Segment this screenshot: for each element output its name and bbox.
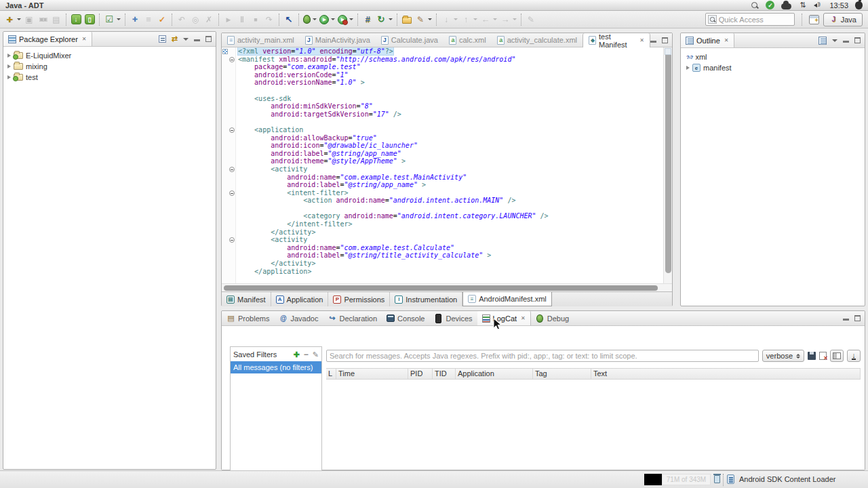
synchronize-button[interactable] — [374, 12, 394, 27]
maximize-icon[interactable] — [854, 315, 861, 321]
code-line[interactable]: android:label="@string/title_activity_ca… — [238, 251, 663, 260]
minimize-icon[interactable] — [843, 41, 849, 43]
android-sdk-manager-button[interactable] — [69, 12, 83, 27]
add-filter-icon[interactable]: ✚ — [294, 350, 300, 359]
open-resource-button[interactable] — [400, 12, 414, 27]
java-perspective-button[interactable]: J Java — [823, 13, 863, 26]
logcat-search-input[interactable] — [326, 350, 759, 362]
manifest-editor-tab[interactable]: Instrumentation — [390, 292, 462, 306]
log-level-select[interactable]: verbose — [762, 350, 804, 362]
close-icon[interactable]: ✕ — [82, 36, 87, 42]
run-button[interactable] — [318, 12, 336, 27]
expand-arrow-icon[interactable] — [7, 75, 11, 79]
expand-arrow-icon[interactable] — [7, 64, 11, 68]
dropdown-arrow-icon[interactable] — [513, 18, 517, 20]
tray-cloud-icon[interactable] — [781, 3, 791, 9]
code-line[interactable]: android:allowBackup="true" — [238, 134, 663, 142]
maximize-icon[interactable] — [205, 36, 212, 42]
minimize-icon[interactable] — [194, 39, 200, 41]
collapse-all-icon[interactable] — [159, 35, 166, 43]
editor-tab[interactable]: calc.xml — [443, 33, 492, 47]
code-line[interactable]: android:versionName="1.0" > — [238, 79, 663, 87]
editor-tab[interactable]: Calculate.java — [376, 33, 443, 47]
clear-log-icon[interactable] — [819, 352, 827, 360]
code-line[interactable]: android:label="@string/app_name" > — [238, 181, 663, 189]
manifest-editor-tab[interactable]: Manifest — [222, 292, 271, 306]
tray-search-icon[interactable] — [751, 1, 759, 9]
minimize-icon[interactable] — [650, 41, 656, 43]
view-tab[interactable]: Console — [382, 311, 429, 325]
new-android-xml-button[interactable] — [128, 12, 142, 27]
tray-network-icon[interactable]: ⇅ — [798, 1, 807, 9]
dropdown-arrow-icon[interactable] — [331, 18, 335, 20]
code-line[interactable]: </activity> — [238, 260, 663, 268]
view-tab[interactable]: Problems — [222, 311, 274, 325]
maximize-icon[interactable] — [662, 37, 668, 43]
column-header-tag[interactable]: Tag — [533, 369, 591, 379]
new-wizard-button[interactable] — [3, 12, 22, 27]
code-line[interactable]: </intent-filter> — [238, 220, 663, 228]
display-filters-button[interactable] — [830, 350, 844, 362]
editor-tab[interactable]: MainActivity.java — [300, 33, 376, 47]
code-line[interactable]: </activity> — [238, 228, 663, 237]
dropdown-arrow-icon[interactable] — [389, 18, 393, 20]
mark-occurrences-button[interactable] — [414, 12, 433, 27]
view-tab[interactable]: Declaration — [323, 311, 382, 325]
code-line[interactable]: android:targetSdkVersion="17" /> — [238, 110, 663, 119]
dropdown-arrow-icon[interactable] — [117, 18, 121, 20]
view-tab[interactable]: Devices — [429, 311, 477, 325]
code-line[interactable]: <uses-sdk — [238, 95, 663, 103]
code-line[interactable] — [238, 275, 663, 283]
code-line[interactable]: <activity — [238, 165, 663, 174]
quick-access-input[interactable] — [719, 16, 787, 24]
close-icon[interactable]: ✕ — [724, 37, 729, 43]
column-header-tid[interactable]: TID — [433, 369, 456, 379]
code-line[interactable] — [238, 205, 663, 213]
new-android-test-button[interactable] — [102, 12, 122, 27]
debug-button[interactable] — [302, 12, 318, 27]
code-line[interactable]: <manifest xmlns:android="http://schemas.… — [238, 56, 663, 64]
export-log-icon[interactable] — [808, 352, 816, 360]
view-tab[interactable]: Javadoc — [274, 311, 323, 325]
maximize-icon[interactable] — [854, 37, 861, 43]
manifest-editor-tab[interactable]: Application — [271, 292, 329, 306]
scroll-to-end-button[interactable]: ↓ — [847, 350, 861, 362]
view-tab[interactable]: Debug — [531, 311, 574, 325]
dropdown-arrow-icon[interactable] — [17, 18, 21, 20]
fold-marker-icon[interactable] — [229, 127, 235, 133]
fold-marker-icon[interactable] — [229, 237, 235, 243]
tree-item-project[interactable]: test — [5, 72, 214, 83]
outline-item[interactable]: e manifest — [682, 62, 863, 73]
dropdown-arrow-icon[interactable] — [473, 18, 477, 20]
quick-access-box[interactable] — [705, 13, 795, 26]
scrollbar-thumb[interactable] — [224, 285, 658, 291]
fold-marker-icon[interactable] — [229, 190, 235, 196]
dropdown-arrow-icon[interactable] — [313, 18, 317, 20]
code-line[interactable]: <application — [238, 126, 663, 134]
tray-volume-icon[interactable] — [814, 1, 823, 9]
column-header-time[interactable]: Time — [336, 369, 408, 379]
code-line[interactable]: android:icon="@drawable/ic_launcher" — [238, 142, 663, 150]
tab-outline[interactable]: Outline ✕ — [681, 33, 734, 47]
view-menu-icon[interactable] — [183, 38, 189, 41]
dropdown-arrow-icon[interactable] — [349, 18, 353, 20]
code-line[interactable] — [238, 87, 663, 95]
run-external-button[interactable] — [336, 12, 355, 27]
run-lint-button[interactable] — [155, 12, 169, 27]
remove-filter-icon[interactable]: − — [304, 350, 309, 359]
code-line[interactable]: <action android:name="android.intent.act… — [238, 197, 663, 205]
code-line[interactable]: </application> — [238, 268, 663, 276]
edit-filter-icon[interactable]: ✎ — [313, 350, 319, 359]
minimize-icon[interactable] — [843, 319, 849, 321]
column-header-text[interactable]: Text — [591, 369, 861, 379]
view-tab[interactable]: LogCat ✕ — [477, 311, 531, 325]
scrollbar-thumb[interactable] — [665, 49, 671, 273]
view-menu-icon[interactable] — [832, 39, 837, 42]
open-perspective-icon[interactable] — [809, 15, 819, 24]
tab-package-explorer[interactable]: Package Explorer ✕ — [3, 32, 92, 46]
vertical-scrollbar[interactable] — [663, 47, 672, 283]
code-line[interactable]: android:label="@string/app_name" — [238, 150, 663, 158]
editor-tab[interactable]: activity_main.xml — [222, 33, 300, 47]
tray-updates-icon[interactable]: ✓ — [766, 1, 774, 9]
filter-list-item[interactable]: All messages (no filters) — [231, 361, 321, 373]
